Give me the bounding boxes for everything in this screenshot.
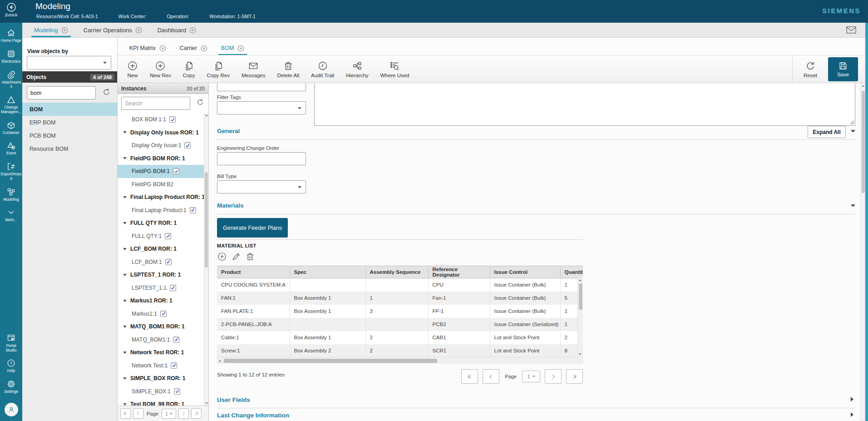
object-list-item[interactable]: BOM	[22, 103, 117, 116]
tree-item[interactable]: MATQ_BOM1:1	[118, 333, 204, 347]
eco-input[interactable]	[217, 152, 306, 165]
tree-item[interactable]: FULL QTY:1	[118, 230, 204, 243]
generate-feeder-plans-button[interactable]: Generate Feeder Plans	[217, 218, 288, 238]
app-tab[interactable]: Modeling	[31, 23, 71, 37]
checkbox[interactable]	[171, 362, 177, 369]
back-button[interactable]: Zurück	[0, 0, 22, 23]
sidebar-item[interactable]: ? Help	[0, 358, 22, 373]
save-button[interactable]: Save	[828, 57, 858, 81]
checkbox[interactable]	[165, 259, 172, 265]
tree-item[interactable]: BOX BOM 1:1	[118, 113, 204, 126]
tree-item[interactable]: LSPTEST_1:1	[118, 282, 204, 295]
app-tab[interactable]: Carrier Operations	[81, 23, 145, 37]
instances-scrollbar[interactable]	[204, 113, 208, 406]
toolbar-button[interactable]: Audit Trail	[305, 59, 340, 80]
tree-item[interactable]: Test BOM_99 ROR: 1	[118, 398, 204, 406]
checkbox[interactable]	[190, 207, 196, 213]
sidebar-item[interactable]: Mehr...	[0, 208, 22, 223]
tree-item[interactable]: MATQ_BOM1 ROR: 1	[118, 320, 204, 333]
close-icon[interactable]	[61, 27, 68, 34]
close-icon[interactable]	[237, 45, 244, 52]
edit-row-icon[interactable]	[231, 252, 241, 262]
clipped-input[interactable]	[217, 83, 306, 91]
checkbox[interactable]	[173, 168, 179, 174]
sidebar-item[interactable]: Home Page	[0, 28, 22, 43]
scroll-up-icon[interactable]	[579, 279, 582, 281]
tree-item[interactable]: LCF_BOM ROR: 1	[118, 243, 204, 256]
tree-item[interactable]: Final Laptop Product:1	[118, 204, 204, 217]
mail-icon[interactable]	[846, 26, 856, 34]
tree-item[interactable]: FieldPG BOM:B2	[118, 178, 204, 191]
sidebar-item[interactable]: Attachments	[0, 70, 22, 89]
tree-item[interactable]: FieldPG BOM ROR: 1	[118, 152, 204, 165]
scrollbar-thumb[interactable]	[205, 172, 208, 267]
toolbar-button[interactable]: New	[121, 59, 144, 80]
tree-item[interactable]: Final Laptop Product ROR: 1	[118, 191, 204, 204]
tree-item[interactable]: Markus1:1	[118, 307, 204, 321]
sidebar-item[interactable]: Event	[0, 141, 22, 156]
last-change-expand-icon[interactable]	[851, 412, 853, 417]
column-header[interactable]: Spec	[290, 266, 365, 278]
page-select[interactable]: 1	[522, 371, 540, 382]
table-row[interactable]: CPU COOLING SYSTEM:ACPUIssue Container (…	[217, 278, 583, 292]
user-fields-expand-icon[interactable]	[851, 397, 853, 401]
close-icon[interactable]	[159, 45, 166, 52]
material-table-vscrollbar[interactable]	[577, 278, 583, 357]
filter-tags-select[interactable]	[217, 101, 306, 114]
column-header[interactable]: Product	[217, 266, 290, 278]
sidebar-item[interactable]: Settings	[0, 379, 22, 394]
close-icon[interactable]	[201, 45, 207, 52]
collapse-icon[interactable]	[123, 352, 127, 354]
sidebar-item[interactable]: Portal Studio	[0, 333, 22, 353]
first-page-button[interactable]	[461, 369, 478, 384]
refresh-icon[interactable]	[102, 88, 111, 96]
toolbar-button[interactable]: Copy Rev	[201, 59, 236, 80]
bill-type-select[interactable]	[217, 180, 306, 193]
collapse-icon[interactable]	[123, 196, 127, 198]
delete-row-icon[interactable]	[245, 252, 255, 262]
column-header[interactable]: Quantity	[560, 266, 583, 278]
collapse-icon[interactable]	[123, 403, 127, 406]
tree-item[interactable]: LCF_BOM:1	[118, 256, 204, 269]
toolbar-button[interactable]: Messages	[236, 59, 271, 80]
next-page-button[interactable]	[178, 408, 189, 419]
prev-page-button[interactable]	[483, 369, 499, 384]
checkbox[interactable]	[170, 285, 176, 291]
last-page-button[interactable]	[191, 408, 202, 419]
page-select[interactable]: 1	[162, 409, 176, 419]
content-scrollbar[interactable]	[860, 83, 865, 421]
sidebar-item[interactable]: Export/Import	[0, 162, 22, 181]
app-tab[interactable]: Dashboard	[155, 23, 199, 37]
material-table-hscrollbar[interactable]	[217, 357, 583, 363]
user-avatar[interactable]	[5, 403, 18, 416]
document-tab[interactable]: KPI Matrix	[126, 41, 170, 55]
reset-button[interactable]: Reset	[797, 59, 824, 80]
prev-page-button[interactable]	[133, 408, 143, 419]
object-list-item[interactable]: Resource BOM	[22, 142, 117, 155]
tree-item[interactable]: LSPTEST_1 ROR: 1	[118, 268, 204, 282]
scroll-down-icon[interactable]	[205, 402, 208, 404]
tree-item[interactable]: SIMPLE_BOX:1	[118, 385, 204, 398]
general-collapse-icon[interactable]	[851, 130, 855, 133]
collapse-icon[interactable]	[123, 131, 127, 134]
toolbar-button[interactable]: New Rev	[144, 59, 177, 80]
scroll-up-icon[interactable]	[205, 114, 208, 116]
toolbar-button[interactable]: Hierarchy	[340, 59, 374, 80]
checkbox[interactable]	[184, 142, 191, 149]
last-page-button[interactable]	[566, 369, 583, 384]
table-row[interactable]: 2-PCB-PANEL-JOB:APCB2Issue Container (Se…	[217, 318, 583, 331]
resize-grip-icon[interactable]	[850, 120, 854, 124]
collapse-icon[interactable]	[123, 157, 127, 159]
tree-item[interactable]: FieldPG BOM:1	[118, 165, 204, 178]
checkbox[interactable]	[174, 388, 180, 395]
table-row[interactable]: FAN PLATE:1Box Assembly 13FP-1Issue Cont…	[217, 305, 583, 318]
checkbox[interactable]	[165, 233, 171, 239]
expand-all-button[interactable]: Expand All	[808, 126, 846, 138]
view-objects-by-select[interactable]	[27, 56, 111, 69]
document-tab[interactable]: BOM	[217, 41, 248, 55]
collapse-icon[interactable]	[123, 326, 127, 328]
sidebar-item[interactable]: Modeling	[0, 187, 22, 202]
scroll-up-icon[interactable]	[862, 85, 864, 87]
tree-item[interactable]: Display Only Issue ROR: 1	[118, 126, 204, 139]
collapse-icon[interactable]	[123, 377, 127, 380]
